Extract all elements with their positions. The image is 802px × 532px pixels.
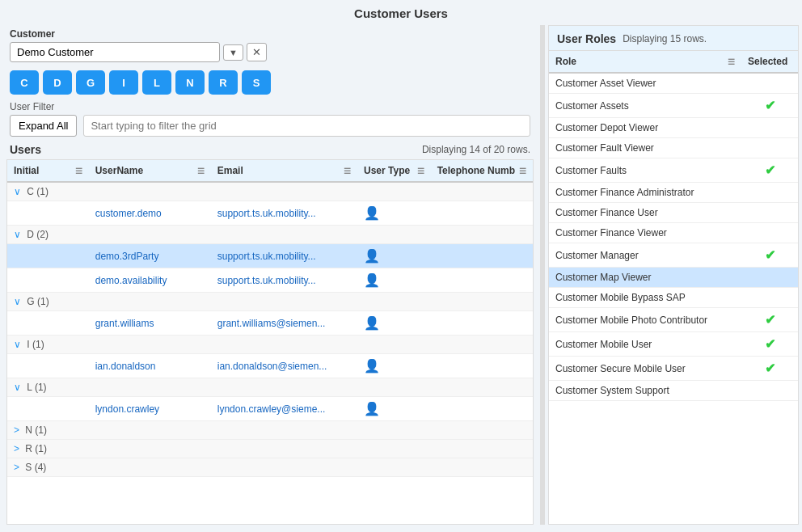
group-toggle-d[interactable]: ∨ [14, 229, 21, 240]
col-menu-usertype[interactable]: ☰ [417, 167, 424, 175]
cell-role-name: Customer Secure Mobile User [549, 357, 741, 381]
role-row[interactable]: Customer System Support [549, 381, 798, 401]
group-toggle-i[interactable]: ∨ [14, 339, 21, 350]
email-link[interactable]: grant.williams@siemen... [217, 318, 326, 329]
cell-role-selected: ✔ [741, 332, 798, 357]
cell-email: lyndon.crawley@sieme... [211, 397, 357, 421]
customer-clear-button[interactable]: ✕ [247, 43, 267, 61]
cell-username: lyndon.crawley [89, 397, 211, 421]
cell-role-name: Customer Mobile User [549, 332, 741, 357]
role-row[interactable]: Customer Secure Mobile User ✔ [549, 357, 798, 381]
username-link[interactable]: lyndon.crawley [95, 403, 159, 415]
letter-btn-c[interactable]: C [10, 70, 39, 95]
col-header-initial: Initial ☰ [7, 160, 89, 182]
expand-all-button[interactable]: Expand All [10, 115, 77, 137]
role-row[interactable]: Customer Fault Viewer [549, 138, 798, 158]
cell-usertype: 👤 [357, 397, 431, 421]
table-row[interactable]: ian.donaldson ian.donaldson@siemen... 👤 [7, 354, 533, 378]
table-row[interactable]: customer.demo support.ts.uk.mobility... … [7, 201, 533, 226]
col-menu-username[interactable]: ☰ [197, 167, 205, 175]
user-type-icon: 👤 [364, 273, 380, 287]
group-toggle-s[interactable]: > [14, 462, 19, 473]
group-row-g[interactable]: ∨ G (1) [7, 293, 533, 311]
group-row-n[interactable]: > N (1) [7, 421, 533, 440]
group-toggle-r[interactable]: > [14, 443, 19, 454]
cell-telephone [431, 244, 533, 268]
group-toggle-l[interactable]: ∨ [14, 382, 21, 393]
col-menu-telephone[interactable]: ☰ [519, 167, 526, 175]
group-row-s[interactable]: > S (4) [7, 458, 533, 477]
customer-select[interactable] [10, 42, 220, 62]
role-row[interactable]: Customer Map Viewer [549, 268, 798, 288]
table-row[interactable]: demo.availability support.ts.uk.mobility… [7, 268, 533, 293]
cell-telephone [431, 268, 533, 293]
role-row[interactable]: Customer Manager ✔ [549, 243, 798, 268]
role-row[interactable]: Customer Mobile Bypass SAP [549, 288, 798, 308]
col-header-selected: Selected [741, 51, 798, 73]
role-row[interactable]: Customer Finance User [549, 203, 798, 223]
cell-username: grant.williams [89, 311, 211, 336]
group-row-d[interactable]: ∨ D (2) [7, 226, 533, 244]
email-link[interactable]: support.ts.uk.mobility... [217, 275, 316, 286]
group-row-i[interactable]: ∨ I (1) [7, 336, 533, 354]
group-toggle-g[interactable]: ∨ [14, 296, 21, 307]
role-row[interactable]: Customer Finance Viewer [549, 223, 798, 243]
col-menu-initial[interactable]: ☰ [75, 167, 82, 175]
cell-role-name: Customer Asset Viewer [549, 73, 741, 94]
user-filter-input[interactable] [83, 115, 530, 137]
roles-displaying-count: Displaying 15 rows. [623, 33, 707, 44]
group-row-c[interactable]: ∨ C (1) [7, 182, 533, 201]
role-row[interactable]: Customer Asset Viewer [549, 73, 798, 94]
role-row[interactable]: Customer Finance Administrator [549, 183, 798, 203]
group-toggle-c[interactable]: ∨ [14, 186, 21, 197]
roles-table: Role ☰ Selected Customer Asset Viewer [549, 51, 798, 401]
letter-btn-r[interactable]: R [209, 70, 238, 95]
cell-role-selected [741, 73, 798, 94]
cell-role-selected [741, 203, 798, 223]
role-row[interactable]: Customer Assets ✔ [549, 94, 798, 118]
email-link[interactable]: support.ts.uk.mobility... [217, 251, 316, 262]
col-menu-role[interactable]: ☰ [728, 57, 735, 66]
customer-section: Customer ▼ ✕ [3, 25, 537, 65]
col-menu-email[interactable]: ☰ [344, 167, 351, 175]
table-row[interactable]: grant.williams grant.williams@siemen... … [7, 311, 533, 336]
cell-initial [7, 311, 89, 336]
cell-role-name: Customer Manager [549, 243, 741, 268]
letter-btn-g[interactable]: G [76, 70, 105, 95]
cell-usertype: 👤 [357, 311, 431, 336]
cell-username: demo.3rdParty [89, 244, 211, 268]
group-toggle-n[interactable]: > [14, 424, 19, 436]
cell-role-selected [741, 223, 798, 243]
group-row-l[interactable]: ∨ L (1) [7, 378, 533, 397]
role-row[interactable]: Customer Mobile Photo Contributor ✔ [549, 308, 798, 332]
cell-role-name: Customer Mobile Bypass SAP [549, 288, 741, 308]
table-row[interactable]: demo.3rdParty support.ts.uk.mobility... … [7, 244, 533, 268]
cell-role-selected [741, 268, 798, 288]
cell-role-selected [741, 138, 798, 158]
role-row[interactable]: Customer Depot Viewer [549, 118, 798, 138]
role-row[interactable]: Customer Faults ✔ [549, 158, 798, 183]
letter-btn-s[interactable]: S [242, 70, 271, 95]
letter-btn-d[interactable]: D [43, 70, 72, 95]
username-link[interactable]: demo.3rdParty [95, 251, 159, 262]
username-link[interactable]: customer.demo [95, 208, 162, 219]
group-row-r[interactable]: > R (1) [7, 440, 533, 458]
user-filter-label: User Filter [10, 101, 530, 112]
username-link[interactable]: grant.williams [95, 318, 154, 329]
checkmark-icon: ✔ [765, 337, 775, 351]
role-row[interactable]: Customer Mobile User ✔ [549, 332, 798, 357]
letter-btn-l[interactable]: L [142, 70, 171, 95]
letter-btn-i[interactable]: I [109, 70, 138, 95]
col-header-telephone: Telephone Numb ☰ [431, 160, 533, 182]
checkmark-icon: ✔ [765, 313, 775, 327]
table-row[interactable]: lyndon.crawley lyndon.crawley@sieme... 👤 [7, 397, 533, 421]
email-link[interactable]: ian.donaldson@siemen... [217, 361, 327, 372]
letter-btn-n[interactable]: N [175, 70, 205, 95]
email-link[interactable]: support.ts.uk.mobility... [217, 208, 316, 219]
col-header-username: UserName ☰ [89, 160, 211, 182]
username-link[interactable]: demo.availability [95, 275, 167, 286]
username-link[interactable]: ian.donaldson [95, 361, 156, 372]
customer-dropdown-button[interactable]: ▼ [223, 44, 243, 61]
user-type-icon: 👤 [364, 359, 380, 373]
email-link[interactable]: lyndon.crawley@sieme... [217, 403, 326, 415]
